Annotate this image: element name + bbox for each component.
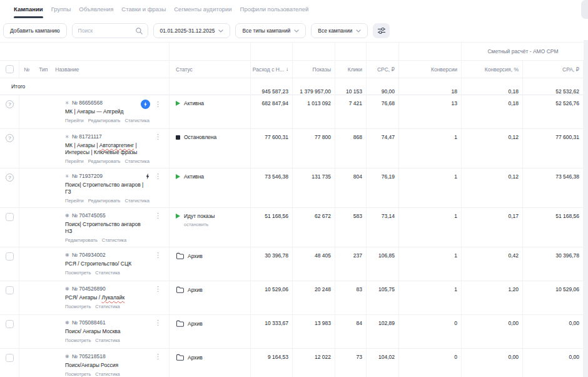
status-stop-icon <box>176 135 180 140</box>
kebab-menu-icon[interactable]: ⋮ <box>155 212 161 219</box>
cpc-cell: 74,47 <box>366 129 398 168</box>
row-link[interactable]: Редактировать <box>88 158 121 164</box>
row-checkbox[interactable] <box>6 354 14 362</box>
kebab-menu-icon[interactable]: ⋮ <box>155 133 161 140</box>
boost-badge[interactable] <box>141 100 150 109</box>
lightning-icon <box>143 101 148 108</box>
campaign-type-icon: ❋ <box>65 213 69 219</box>
help-icon[interactable]: ? <box>6 173 14 182</box>
column-header-cpa[interactable]: CPA, ₽ <box>522 61 584 78</box>
campaign-name-text: МК | Ангары — Апгрейд <box>65 108 124 115</box>
column-header-name[interactable]: Название <box>55 66 79 73</box>
help-icon[interactable]: ? <box>6 134 14 142</box>
row-badges: ⋮ <box>155 133 161 140</box>
row-link[interactable]: Статистика <box>125 158 150 164</box>
add-campaign-button[interactable]: Добавить кампанию <box>3 23 67 38</box>
cpa-cell: 0,00 <box>522 349 584 377</box>
column-header-type[interactable]: Тип <box>39 66 48 73</box>
campaigns-table: Сметный расчёт - AMO CPM № Тип Название … <box>0 42 584 377</box>
column-header-status[interactable]: Статус <box>169 61 250 78</box>
row-checkbox[interactable] <box>6 286 14 294</box>
row-link[interactable]: Посмотреть <box>65 270 91 276</box>
row-link[interactable]: Посмотреть <box>65 304 91 309</box>
campaign-type-dropdown[interactable]: Все типы кампаний <box>235 23 306 38</box>
row-links: ПосмотретьСтатистика <box>65 304 145 309</box>
conv-rate-cell: 0,42 <box>461 247 522 281</box>
clicks-cell: 83 <box>335 281 366 314</box>
campaign-name: Поиск/Ангары Россия <box>65 362 145 369</box>
row-link[interactable]: Перейти <box>65 158 84 164</box>
column-header-conversions[interactable]: Конверсии <box>398 61 461 78</box>
campaign-type-icon: ❋ <box>65 252 69 258</box>
row-link[interactable]: Статистика <box>95 304 119 309</box>
row-link[interactable]: Статистика <box>125 118 150 123</box>
kebab-menu-icon[interactable]: ⋮ <box>155 319 161 326</box>
tab-campaigns[interactable]: Кампании <box>14 6 43 18</box>
column-header-cost[interactable]: Расход с Н... ↓ <box>250 61 292 78</box>
campaign-number: № 704934002 <box>72 252 106 258</box>
row-link[interactable]: Перейти <box>65 198 84 204</box>
row-checkbox[interactable] <box>6 320 14 328</box>
row-link[interactable]: Статистика <box>95 338 119 343</box>
tab-ads[interactable]: Объявления <box>79 6 113 18</box>
campaign-name-text: Поиск| Строительство ангаров | ГЗ <box>65 182 143 195</box>
cpa-cell: 73 546,38 <box>522 168 584 207</box>
kebab-menu-icon[interactable]: ⋮ <box>155 252 161 259</box>
kebab-menu-icon[interactable]: ⋮ <box>155 173 161 180</box>
row-checkbox[interactable] <box>6 252 14 261</box>
status-archive-icon <box>176 354 184 361</box>
tab-audience-segments[interactable]: Сегменты аудитории <box>174 6 231 18</box>
row-badges: ⋮ <box>145 173 161 180</box>
row-checkbox[interactable] <box>6 213 14 221</box>
conversions-cell: 13 <box>398 95 461 128</box>
row-link[interactable]: Редактировать <box>88 198 121 204</box>
campaign-filter-dropdown[interactable]: Все кампании <box>311 23 368 38</box>
column-header-cpc[interactable]: CPC, ₽ <box>366 61 398 78</box>
status-archive-icon <box>176 320 184 327</box>
column-header-impressions[interactable]: Показы <box>292 61 335 78</box>
tab-groups[interactable]: Группы <box>51 6 71 18</box>
row-link[interactable]: Статистика <box>125 198 150 204</box>
row-link[interactable]: Статистика <box>102 237 126 243</box>
cost-cell: 51 168,56 <box>250 208 292 247</box>
help-icon[interactable]: ? <box>6 100 14 108</box>
status-play-icon <box>176 214 180 219</box>
row-link[interactable]: Статистика <box>95 270 119 276</box>
columns-settings-button[interactable] <box>373 23 390 38</box>
row-link[interactable]: Посмотреть <box>65 371 91 377</box>
row-badges: ⋮ <box>155 353 161 360</box>
column-header-conv-rate[interactable]: Конверсия, % <box>461 61 522 78</box>
column-header-num[interactable]: № <box>24 66 29 73</box>
campaign-number: № 86656568 <box>72 100 103 106</box>
conv-rate-cell: 0,17 <box>461 208 522 247</box>
row-link[interactable]: Редактировать <box>65 237 98 243</box>
kebab-menu-icon[interactable]: ⋮ <box>155 101 161 108</box>
group-header-label: Сметный расчёт - AMO CPM <box>461 43 585 61</box>
status-label: Остановлена <box>184 134 216 140</box>
row-link[interactable]: Статистика <box>95 371 119 377</box>
sort-desc-icon: ↓ <box>286 66 288 72</box>
row-link[interactable]: Перейти <box>65 118 84 123</box>
campaign-number: № 71937209 <box>72 173 103 179</box>
campaign-type-icon: ✳ <box>65 134 69 140</box>
cpc-cell: 106,85 <box>366 247 398 281</box>
chevron-down-icon <box>294 29 299 33</box>
kebab-menu-icon[interactable]: ⋮ <box>155 286 161 292</box>
kebab-menu-icon[interactable]: ⋮ <box>155 353 161 360</box>
conv-rate-cell: 1,20 <box>461 281 522 314</box>
column-header-clicks[interactable]: Клики <box>335 61 366 78</box>
conversions-cell: 1 <box>398 168 461 207</box>
tab-bids-phrases[interactable]: Ставки и фразы <box>121 6 166 18</box>
campaign-name: МК | Ангары — Апгрейд <box>65 108 145 115</box>
row-link[interactable]: Редактировать <box>88 118 121 123</box>
campaign-name-text: РСЯ / Строительство/ СЦК <box>65 261 131 267</box>
campaign-type-icon: ✳ <box>65 100 69 106</box>
status-sub-link[interactable]: остановить <box>184 222 250 227</box>
cpa-cell: 0,00 <box>522 315 584 348</box>
header-checkbox[interactable] <box>6 65 14 73</box>
impressions-cell: 62 672 <box>292 208 335 247</box>
conversions-cell: 1 <box>398 281 461 314</box>
date-range-dropdown[interactable]: 01.01.2025-31.12.2025 <box>153 23 231 38</box>
row-link[interactable]: Посмотреть <box>65 338 91 343</box>
tab-user-profiles[interactable]: Профили пользователей <box>240 6 309 18</box>
